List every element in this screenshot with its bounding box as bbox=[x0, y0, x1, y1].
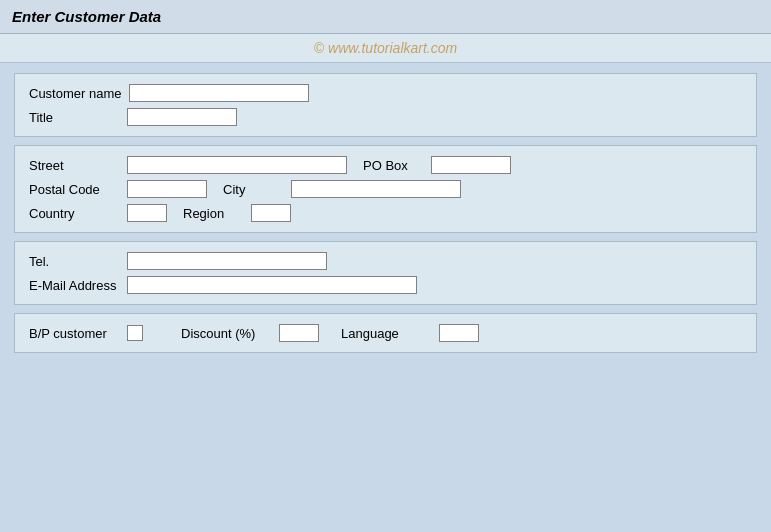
country-input[interactable] bbox=[127, 204, 167, 222]
address-section: Street PO Box Postal Code City Country R… bbox=[14, 145, 757, 233]
title-label: Title bbox=[29, 110, 119, 125]
street-label: Street bbox=[29, 158, 119, 173]
tel-input[interactable] bbox=[127, 252, 327, 270]
language-input[interactable] bbox=[439, 324, 479, 342]
main-content: Customer name Title Street PO Box Postal… bbox=[0, 63, 771, 363]
language-label: Language bbox=[341, 326, 431, 341]
postal-label: Postal Code bbox=[29, 182, 119, 197]
street-row: Street PO Box bbox=[29, 156, 742, 174]
street-input[interactable] bbox=[127, 156, 347, 174]
email-label: E-Mail Address bbox=[29, 278, 119, 293]
business-section: B/P customer Discount (%) Language bbox=[14, 313, 757, 353]
tel-row: Tel. bbox=[29, 252, 742, 270]
watermark-text: © www.tutorialkart.com bbox=[314, 40, 457, 56]
bp-checkbox[interactable] bbox=[127, 325, 143, 341]
region-input[interactable] bbox=[251, 204, 291, 222]
customer-name-input[interactable] bbox=[129, 84, 309, 102]
email-input[interactable] bbox=[127, 276, 417, 294]
contact-section: Tel. E-Mail Address bbox=[14, 241, 757, 305]
title-bar: Enter Customer Data bbox=[0, 0, 771, 34]
pobox-input[interactable] bbox=[431, 156, 511, 174]
business-row: B/P customer Discount (%) Language bbox=[29, 324, 742, 342]
pobox-label: PO Box bbox=[363, 158, 423, 173]
page-title: Enter Customer Data bbox=[12, 8, 759, 25]
name-section: Customer name Title bbox=[14, 73, 757, 137]
watermark-bar: © www.tutorialkart.com bbox=[0, 34, 771, 63]
discount-input[interactable] bbox=[279, 324, 319, 342]
customer-name-row: Customer name bbox=[29, 84, 742, 102]
bp-label: B/P customer bbox=[29, 326, 119, 341]
tel-label: Tel. bbox=[29, 254, 119, 269]
city-label: City bbox=[223, 182, 283, 197]
city-input[interactable] bbox=[291, 180, 461, 198]
title-row: Title bbox=[29, 108, 742, 126]
discount-label: Discount (%) bbox=[181, 326, 271, 341]
postal-input[interactable] bbox=[127, 180, 207, 198]
country-label: Country bbox=[29, 206, 119, 221]
customer-name-label: Customer name bbox=[29, 86, 121, 101]
title-input[interactable] bbox=[127, 108, 237, 126]
region-label: Region bbox=[183, 206, 243, 221]
country-row: Country Region bbox=[29, 204, 742, 222]
email-row: E-Mail Address bbox=[29, 276, 742, 294]
postal-row: Postal Code City bbox=[29, 180, 742, 198]
